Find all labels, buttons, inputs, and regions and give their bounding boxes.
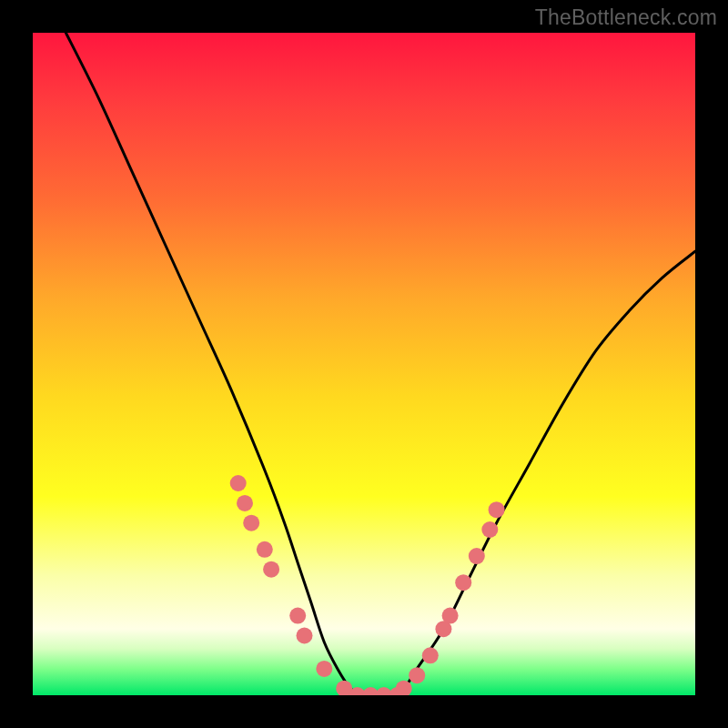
marker-point — [243, 515, 259, 531]
bottleneck-curve-path — [66, 33, 695, 695]
marker-point — [409, 667, 425, 683]
marker-point — [297, 628, 313, 644]
marker-point — [257, 541, 273, 558]
marker-point — [455, 574, 471, 591]
curve-svg — [33, 33, 695, 695]
marker-point — [489, 501, 505, 518]
marker-point — [237, 495, 253, 511]
highlighted-points — [230, 475, 505, 695]
marker-point — [316, 661, 332, 677]
marker-point — [230, 475, 247, 491]
watermark-text: TheBottleneck.com — [535, 5, 717, 30]
marker-point — [422, 647, 439, 663]
marker-point — [442, 608, 459, 624]
bottleneck-curve — [66, 33, 695, 695]
marker-point — [469, 548, 485, 564]
chart-frame: TheBottleneck.com — [0, 0, 728, 728]
marker-point — [263, 561, 279, 578]
marker-point — [289, 608, 306, 624]
marker-point — [481, 521, 498, 538]
plot-area — [33, 33, 695, 695]
